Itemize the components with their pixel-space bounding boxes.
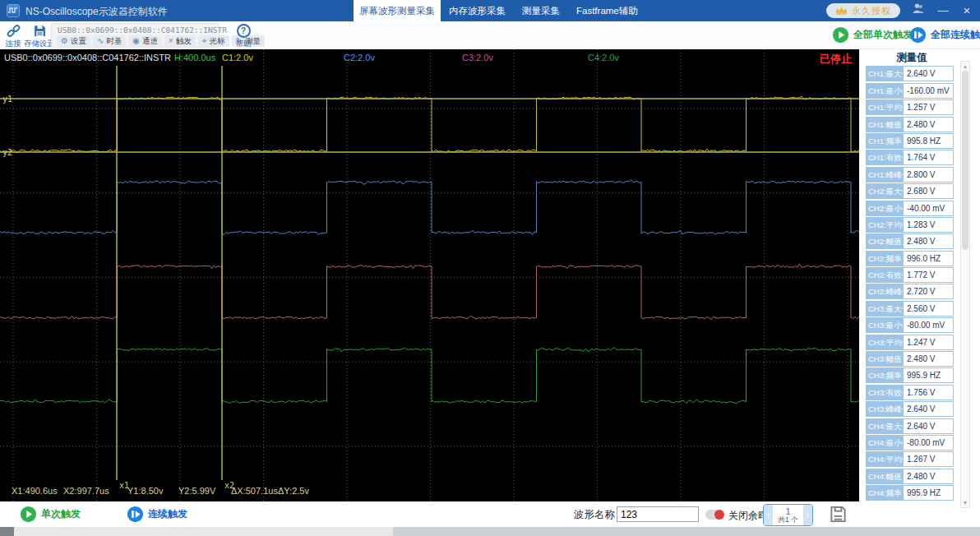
minimize-button[interactable]: —	[936, 0, 950, 21]
user-icon[interactable]	[911, 0, 926, 21]
toolbar-button-gear[interactable]: ⚙设置	[57, 35, 90, 47]
measurement-value: 2.680 V	[903, 183, 954, 199]
close-button[interactable]: ×	[960, 0, 973, 21]
connect-button[interactable]: 连接	[2, 24, 25, 49]
scroll-up-icon[interactable]: ▲	[961, 63, 969, 69]
measurement-value: 2.640 V	[903, 418, 954, 434]
measurement-value: 2.480 V	[903, 469, 954, 484]
tab-1[interactable]: 屏幕波形测量采集	[354, 0, 441, 21]
measurement-row: CH2:最大值2.680 V	[866, 183, 954, 199]
measurement-label: CH2:频率	[866, 251, 903, 266]
toolbar-button-channel[interactable]: ◉通道	[128, 35, 162, 47]
floppy-icon	[33, 24, 47, 38]
cursor-icon: ⌖	[202, 37, 207, 45]
measurement-label: CH3:幅值	[866, 351, 903, 367]
measurement-value: 1.764 V	[903, 150, 954, 165]
measurement-label: CH3:有效值	[866, 385, 903, 400]
device-id-text: USB0::0x0699::0x0408::C041762::INSTR	[52, 24, 219, 35]
prev-page-button[interactable]: ‹	[764, 505, 773, 525]
waveform-name-input[interactable]	[617, 506, 699, 522]
measurement-label: CH2:平均值	[866, 217, 903, 233]
tab-4[interactable]: Fastframe辅助	[571, 0, 643, 21]
toolbar-button-label: 设置	[71, 36, 86, 47]
waveform-canvas: y1y2x1x2	[0, 49, 859, 501]
measurement-row: CH1:最小值-160.00 mV	[866, 83, 954, 99]
measurement-value: 1.267 V	[903, 451, 954, 467]
measurement-label: CH4:平均值	[866, 451, 903, 467]
single-trigger-button[interactable]: 单次触发	[20, 506, 81, 523]
plot-label-device-id: USB0::0x0699::0x0408::C041762::INSTR	[4, 53, 171, 62]
cursor-readout-3: Y1:8.50v	[127, 486, 163, 496]
toolbar-button-trigger[interactable]: ×触发	[164, 35, 196, 47]
all-single-trigger-button[interactable]: 全部单次触发	[832, 26, 913, 44]
cursor-readout-2: X2:997.7us	[63, 486, 109, 496]
next-page-button[interactable]: ›	[803, 505, 812, 525]
measurement-row: CH3:最大值2.560 V	[866, 301, 954, 317]
measurement-row: CH2:平均值1.283 V	[866, 217, 954, 233]
bottom-bar: 单次触发 连续触发 波形名称 关闭余晖 ‹ 1 共1 个 ›	[0, 501, 859, 527]
measurement-row: CH3:频率995.9 HZ	[866, 367, 954, 383]
measurement-value: 1.756 V	[903, 385, 954, 400]
channel-icon: ◉	[132, 37, 140, 45]
measurement-row: CH4:幅值2.480 V	[866, 469, 954, 484]
plot-label-ch3-scale: C3:2.0v	[462, 53, 493, 62]
measurement-label: CH1:最小值	[866, 83, 903, 99]
measurement-value: -40.00 mV	[903, 201, 954, 216]
measurement-value: 996.0 HZ	[903, 251, 954, 266]
trigger-icon: ×	[169, 37, 173, 45]
measurement-label: CH3:平均值	[866, 335, 903, 350]
toggle-knob-icon	[714, 510, 724, 520]
measurement-label: CH3:峰峰值	[866, 401, 903, 417]
toolbar-button-cursor[interactable]: ⌖光标	[198, 35, 229, 47]
measurement-label: CH2:最大值	[866, 183, 903, 199]
single-trigger-label: 单次触发	[41, 507, 81, 521]
taskbar-segment	[393, 527, 980, 536]
tab-2[interactable]: 内存波形采集	[444, 0, 511, 21]
measurement-value: 2.560 V	[903, 301, 954, 317]
measurement-row: CH4:最小值-80.00 mV	[866, 435, 954, 451]
measurement-row: CH2:幅值2.480 V	[866, 233, 954, 249]
scrollbar[interactable]: ▲ ▼	[960, 61, 970, 508]
help-button[interactable]: ? 帮助	[232, 24, 255, 49]
measurement-row: CH1:幅值2.480 V	[866, 117, 954, 132]
measurement-label: CH3:最小值	[866, 317, 903, 333]
toolbar-button-label: 通道	[142, 36, 158, 47]
measurement-row: CH3:平均值1.247 V	[866, 335, 954, 350]
svg-text:y1: y1	[2, 95, 12, 104]
license-badge[interactable]: 永久授权	[826, 3, 900, 18]
measurement-row: CH3:峰峰值2.640 V	[866, 401, 954, 417]
toolbar: 连接 存储设置 USB0::0x0699::0x0408::C041762::I…	[0, 21, 980, 49]
save-waveform-button[interactable]	[829, 505, 848, 527]
measurement-value: 2.720 V	[903, 284, 954, 299]
continuous-trigger-button[interactable]: 连续触发	[127, 506, 187, 523]
scroll-down-icon[interactable]: ▼	[961, 500, 969, 506]
app-title: NS-Oscilloscope示波器控制软件	[25, 5, 168, 19]
measurement-value: 1.772 V	[903, 267, 954, 283]
cursor-readout-6: ΔY:2.5v	[278, 486, 309, 496]
tab-3[interactable]: 测量采集	[517, 0, 565, 21]
measurement-label: CH1:最大值	[866, 66, 903, 81]
plot-label-ch2-scale: C2:2.0v	[344, 53, 375, 62]
measurement-value: 2.480 V	[903, 233, 954, 249]
titlebar-controls: 永久授权 — ×	[826, 0, 973, 21]
cursor-readout-5: ΔX:507.1us	[231, 486, 278, 496]
measurement-label: CH3:最大值	[866, 301, 903, 317]
measurement-row: CH4:最大值2.640 V	[866, 418, 954, 434]
cursor-readout-1: X1:490.6us	[12, 486, 58, 496]
scrollbar-thumb[interactable]	[962, 71, 968, 250]
help-label: 帮助	[236, 39, 252, 49]
measurement-value: 2.480 V	[903, 351, 954, 367]
measurement-value: 2.800 V	[903, 167, 954, 183]
persistence-toggle[interactable]	[705, 510, 723, 520]
measurement-value: 1.283 V	[903, 217, 954, 233]
all-continuous-trigger-button[interactable]: 全部连续触发	[909, 26, 980, 44]
plot-label-ch4-scale: C4:2.0v	[588, 53, 619, 62]
measurement-row: CH3:幅值2.480 V	[866, 351, 954, 367]
tab-bar: 屏幕波形测量采集内存波形采集测量采集Fastframe辅助	[354, 0, 646, 21]
measurement-label: CH1:幅值	[866, 117, 903, 132]
toolbar-button-timebase[interactable]: ∿时基	[93, 35, 126, 47]
measurement-row: CH2:频率996.0 HZ	[866, 251, 954, 266]
measurement-label: CH2:最小值	[866, 201, 903, 216]
measurement-label: CH2:峰峰值	[866, 284, 903, 299]
measurement-label: CH4:频率	[866, 485, 903, 501]
